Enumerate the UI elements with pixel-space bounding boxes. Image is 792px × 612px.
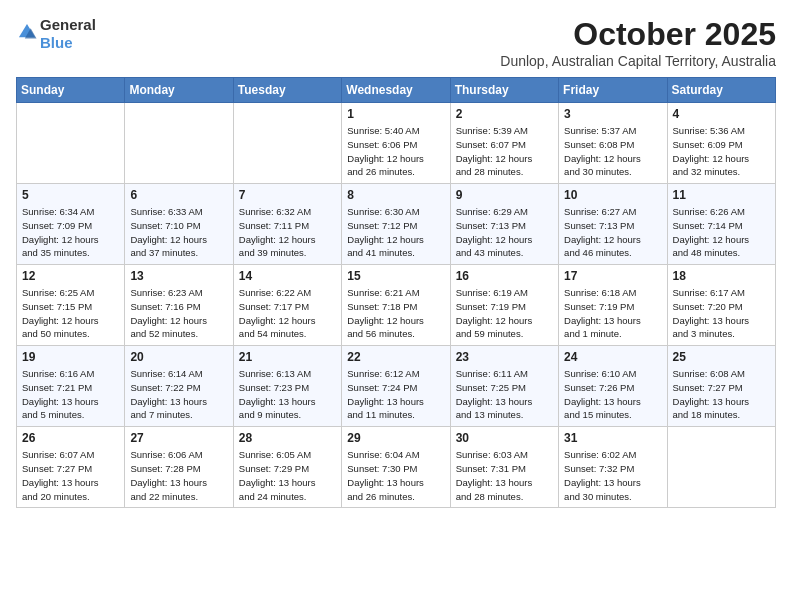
calendar-table: SundayMondayTuesdayWednesdayThursdayFrid… — [16, 77, 776, 508]
calendar-cell: 6Sunrise: 6:33 AM Sunset: 7:10 PM Daylig… — [125, 184, 233, 265]
location-subtitle: Dunlop, Australian Capital Territory, Au… — [500, 53, 776, 69]
day-number: 1 — [347, 107, 444, 121]
day-number: 21 — [239, 350, 336, 364]
calendar-cell: 3Sunrise: 5:37 AM Sunset: 6:08 PM Daylig… — [559, 103, 667, 184]
calendar-cell: 12Sunrise: 6:25 AM Sunset: 7:15 PM Dayli… — [17, 265, 125, 346]
day-number: 14 — [239, 269, 336, 283]
calendar-cell: 26Sunrise: 6:07 AM Sunset: 7:27 PM Dayli… — [17, 427, 125, 508]
day-number: 29 — [347, 431, 444, 445]
day-number: 26 — [22, 431, 119, 445]
day-info: Sunrise: 6:12 AM Sunset: 7:24 PM Dayligh… — [347, 367, 444, 422]
calendar-cell: 11Sunrise: 6:26 AM Sunset: 7:14 PM Dayli… — [667, 184, 775, 265]
calendar-cell: 23Sunrise: 6:11 AM Sunset: 7:25 PM Dayli… — [450, 346, 558, 427]
header-sunday: Sunday — [17, 78, 125, 103]
calendar-week-5: 26Sunrise: 6:07 AM Sunset: 7:27 PM Dayli… — [17, 427, 776, 508]
day-number: 18 — [673, 269, 770, 283]
logo-icon — [16, 21, 38, 43]
day-info: Sunrise: 5:40 AM Sunset: 6:06 PM Dayligh… — [347, 124, 444, 179]
calendar-week-3: 12Sunrise: 6:25 AM Sunset: 7:15 PM Dayli… — [17, 265, 776, 346]
calendar-cell: 19Sunrise: 6:16 AM Sunset: 7:21 PM Dayli… — [17, 346, 125, 427]
calendar-cell: 5Sunrise: 6:34 AM Sunset: 7:09 PM Daylig… — [17, 184, 125, 265]
day-number: 30 — [456, 431, 553, 445]
day-number: 23 — [456, 350, 553, 364]
day-number: 2 — [456, 107, 553, 121]
day-info: Sunrise: 6:29 AM Sunset: 7:13 PM Dayligh… — [456, 205, 553, 260]
calendar-cell: 16Sunrise: 6:19 AM Sunset: 7:19 PM Dayli… — [450, 265, 558, 346]
calendar-cell — [125, 103, 233, 184]
calendar-cell: 13Sunrise: 6:23 AM Sunset: 7:16 PM Dayli… — [125, 265, 233, 346]
day-info: Sunrise: 6:19 AM Sunset: 7:19 PM Dayligh… — [456, 286, 553, 341]
day-info: Sunrise: 6:11 AM Sunset: 7:25 PM Dayligh… — [456, 367, 553, 422]
day-number: 22 — [347, 350, 444, 364]
day-info: Sunrise: 6:34 AM Sunset: 7:09 PM Dayligh… — [22, 205, 119, 260]
day-info: Sunrise: 5:37 AM Sunset: 6:08 PM Dayligh… — [564, 124, 661, 179]
day-number: 8 — [347, 188, 444, 202]
day-info: Sunrise: 6:14 AM Sunset: 7:22 PM Dayligh… — [130, 367, 227, 422]
calendar-cell: 2Sunrise: 5:39 AM Sunset: 6:07 PM Daylig… — [450, 103, 558, 184]
logo-text-general: General — [40, 16, 96, 33]
day-info: Sunrise: 6:06 AM Sunset: 7:28 PM Dayligh… — [130, 448, 227, 503]
day-number: 10 — [564, 188, 661, 202]
day-number: 17 — [564, 269, 661, 283]
calendar-cell: 1Sunrise: 5:40 AM Sunset: 6:06 PM Daylig… — [342, 103, 450, 184]
day-number: 6 — [130, 188, 227, 202]
calendar-cell: 18Sunrise: 6:17 AM Sunset: 7:20 PM Dayli… — [667, 265, 775, 346]
day-number: 15 — [347, 269, 444, 283]
calendar-cell — [17, 103, 125, 184]
calendar-cell: 20Sunrise: 6:14 AM Sunset: 7:22 PM Dayli… — [125, 346, 233, 427]
day-info: Sunrise: 6:30 AM Sunset: 7:12 PM Dayligh… — [347, 205, 444, 260]
day-number: 7 — [239, 188, 336, 202]
calendar-cell: 10Sunrise: 6:27 AM Sunset: 7:13 PM Dayli… — [559, 184, 667, 265]
day-info: Sunrise: 6:27 AM Sunset: 7:13 PM Dayligh… — [564, 205, 661, 260]
day-info: Sunrise: 6:13 AM Sunset: 7:23 PM Dayligh… — [239, 367, 336, 422]
day-info: Sunrise: 6:05 AM Sunset: 7:29 PM Dayligh… — [239, 448, 336, 503]
day-number: 3 — [564, 107, 661, 121]
day-number: 20 — [130, 350, 227, 364]
day-info: Sunrise: 6:18 AM Sunset: 7:19 PM Dayligh… — [564, 286, 661, 341]
calendar-cell: 25Sunrise: 6:08 AM Sunset: 7:27 PM Dayli… — [667, 346, 775, 427]
day-info: Sunrise: 6:17 AM Sunset: 7:20 PM Dayligh… — [673, 286, 770, 341]
header-wednesday: Wednesday — [342, 78, 450, 103]
calendar-cell: 21Sunrise: 6:13 AM Sunset: 7:23 PM Dayli… — [233, 346, 341, 427]
header-saturday: Saturday — [667, 78, 775, 103]
day-number: 24 — [564, 350, 661, 364]
calendar-cell: 29Sunrise: 6:04 AM Sunset: 7:30 PM Dayli… — [342, 427, 450, 508]
calendar-cell: 14Sunrise: 6:22 AM Sunset: 7:17 PM Dayli… — [233, 265, 341, 346]
calendar-cell: 22Sunrise: 6:12 AM Sunset: 7:24 PM Dayli… — [342, 346, 450, 427]
day-number: 5 — [22, 188, 119, 202]
day-number: 27 — [130, 431, 227, 445]
day-info: Sunrise: 6:07 AM Sunset: 7:27 PM Dayligh… — [22, 448, 119, 503]
calendar-week-1: 1Sunrise: 5:40 AM Sunset: 6:06 PM Daylig… — [17, 103, 776, 184]
calendar-cell: 24Sunrise: 6:10 AM Sunset: 7:26 PM Dayli… — [559, 346, 667, 427]
title-block: October 2025 Dunlop, Australian Capital … — [500, 16, 776, 69]
logo: General Blue — [16, 16, 96, 52]
calendar-cell: 8Sunrise: 6:30 AM Sunset: 7:12 PM Daylig… — [342, 184, 450, 265]
day-info: Sunrise: 6:10 AM Sunset: 7:26 PM Dayligh… — [564, 367, 661, 422]
day-info: Sunrise: 6:08 AM Sunset: 7:27 PM Dayligh… — [673, 367, 770, 422]
day-info: Sunrise: 6:03 AM Sunset: 7:31 PM Dayligh… — [456, 448, 553, 503]
calendar-cell: 4Sunrise: 5:36 AM Sunset: 6:09 PM Daylig… — [667, 103, 775, 184]
calendar-cell: 7Sunrise: 6:32 AM Sunset: 7:11 PM Daylig… — [233, 184, 341, 265]
day-info: Sunrise: 6:33 AM Sunset: 7:10 PM Dayligh… — [130, 205, 227, 260]
day-info: Sunrise: 6:22 AM Sunset: 7:17 PM Dayligh… — [239, 286, 336, 341]
day-number: 31 — [564, 431, 661, 445]
day-number: 25 — [673, 350, 770, 364]
calendar-cell: 17Sunrise: 6:18 AM Sunset: 7:19 PM Dayli… — [559, 265, 667, 346]
day-info: Sunrise: 6:26 AM Sunset: 7:14 PM Dayligh… — [673, 205, 770, 260]
day-number: 4 — [673, 107, 770, 121]
day-info: Sunrise: 6:32 AM Sunset: 7:11 PM Dayligh… — [239, 205, 336, 260]
day-info: Sunrise: 6:25 AM Sunset: 7:15 PM Dayligh… — [22, 286, 119, 341]
day-number: 9 — [456, 188, 553, 202]
month-title: October 2025 — [500, 16, 776, 53]
calendar-week-2: 5Sunrise: 6:34 AM Sunset: 7:09 PM Daylig… — [17, 184, 776, 265]
header-friday: Friday — [559, 78, 667, 103]
logo-text-blue: Blue — [40, 34, 73, 51]
day-info: Sunrise: 6:21 AM Sunset: 7:18 PM Dayligh… — [347, 286, 444, 341]
header-thursday: Thursday — [450, 78, 558, 103]
day-number: 28 — [239, 431, 336, 445]
day-info: Sunrise: 5:36 AM Sunset: 6:09 PM Dayligh… — [673, 124, 770, 179]
day-info: Sunrise: 6:02 AM Sunset: 7:32 PM Dayligh… — [564, 448, 661, 503]
day-number: 13 — [130, 269, 227, 283]
calendar-week-4: 19Sunrise: 6:16 AM Sunset: 7:21 PM Dayli… — [17, 346, 776, 427]
calendar-header-row: SundayMondayTuesdayWednesdayThursdayFrid… — [17, 78, 776, 103]
